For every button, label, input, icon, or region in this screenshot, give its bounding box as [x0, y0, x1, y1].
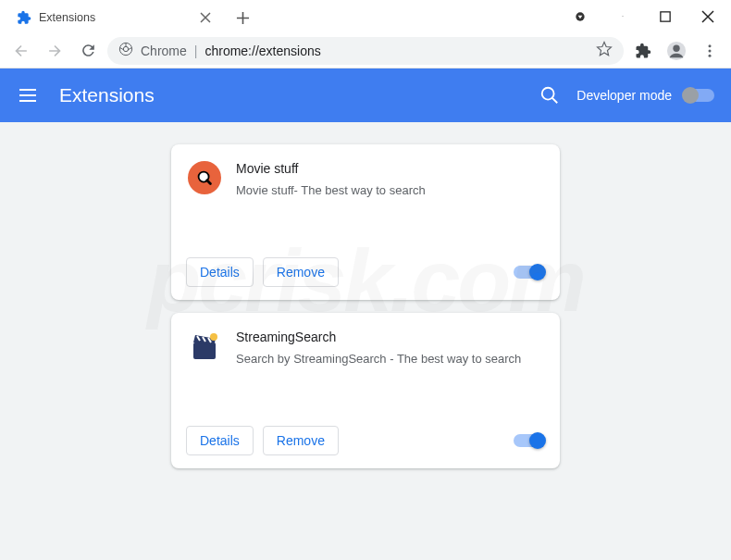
new-tab-button[interactable]: [229, 5, 255, 31]
extension-name: Movie stuff: [236, 161, 426, 176]
star-icon[interactable]: [596, 41, 613, 60]
svg-point-6: [673, 44, 679, 51]
menu-button[interactable]: [696, 37, 724, 65]
address-url: chrome://extensions: [204, 44, 320, 58]
remove-button[interactable]: Remove: [263, 257, 339, 287]
extension-icon: [188, 161, 221, 194]
developer-mode-label: Developer mode: [576, 88, 672, 103]
developer-mode-toggle[interactable]: [683, 89, 714, 102]
profile-button[interactable]: [663, 37, 690, 65]
details-button[interactable]: Details: [186, 257, 254, 287]
svg-point-4: [123, 46, 128, 51]
maximize-icon[interactable]: [659, 10, 672, 23]
extension-card: Movie stuff Movie stuff- The best way to…: [171, 144, 560, 300]
back-button[interactable]: [7, 37, 35, 65]
extensions-button[interactable]: [629, 37, 657, 65]
address-source-label: Chrome: [141, 44, 187, 58]
chrome-icon: [118, 42, 133, 59]
forward-button[interactable]: [41, 37, 68, 65]
extensions-favicon-icon: [17, 10, 31, 25]
tab-strip: Extensions: [0, 0, 620, 33]
svg-rect-2: [661, 12, 670, 21]
tab-title: Extensions: [39, 11, 192, 24]
extensions-list: Movie stuff Movie stuff- The best way to…: [0, 122, 731, 560]
extensions-page-header: Extensions Developer mode: [0, 68, 731, 122]
svg-point-9: [709, 54, 712, 56]
reload-button[interactable]: [74, 37, 102, 65]
svg-point-7: [709, 44, 712, 47]
details-button[interactable]: Details: [186, 426, 254, 455]
svg-point-10: [542, 88, 554, 100]
extension-icon: [188, 330, 221, 363]
browser-tab[interactable]: Extensions: [7, 2, 220, 33]
svg-point-8: [709, 49, 712, 52]
extension-name: StreamingSearch: [236, 330, 521, 344]
extension-card: StreamingSearch Search by StreamingSearc…: [171, 313, 560, 468]
tab-close-icon[interactable]: [200, 12, 211, 23]
browser-toolbar: Chrome | chrome://extensions: [0, 33, 731, 68]
close-icon[interactable]: [701, 10, 714, 23]
extension-toggle[interactable]: [514, 434, 545, 447]
address-divider: |: [194, 44, 198, 58]
address-bar[interactable]: Chrome | chrome://extensions: [107, 37, 624, 65]
page-title: Extensions: [59, 84, 539, 106]
hamburger-icon[interactable]: [17, 84, 39, 106]
extension-toggle[interactable]: [514, 266, 545, 279]
svg-point-13: [210, 333, 217, 341]
search-icon[interactable]: [539, 85, 560, 106]
remove-button[interactable]: Remove: [263, 426, 339, 455]
extension-description: Movie stuff- The best way to search: [236, 181, 426, 200]
extension-description: Search by StreamingSearch - The best way…: [236, 350, 521, 368]
